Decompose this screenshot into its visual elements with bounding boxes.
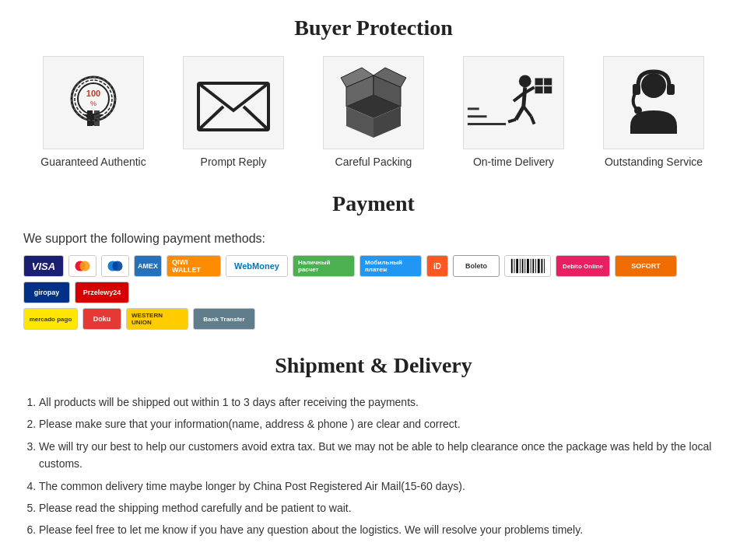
shipment-section: Shipment & Delivery All products will be… bbox=[23, 353, 724, 539]
box-icon bbox=[335, 64, 412, 142]
visa-badge: VISA bbox=[23, 255, 64, 277]
nalichniy-badge: Наличный расчет bbox=[293, 255, 355, 277]
icon-item-packing: Careful Packing bbox=[311, 56, 436, 168]
list-item: All products will be shipped out within … bbox=[39, 394, 724, 411]
service-icon-box bbox=[603, 56, 704, 149]
qiwi-badge: QIWI WALLET bbox=[167, 255, 221, 277]
list-item: We will try our best to help our custome… bbox=[39, 438, 724, 473]
prompt-label: Prompt Reply bbox=[201, 156, 267, 168]
svg-rect-49 bbox=[532, 259, 534, 273]
svg-text:100: 100 bbox=[86, 89, 100, 98]
list-item: Please read the shipping method carefull… bbox=[39, 499, 724, 516]
mobilniy-badge: Мобильный платеж bbox=[359, 255, 422, 277]
svg-line-23 bbox=[524, 87, 525, 107]
payment-subtitle: We support the following payment methods… bbox=[23, 232, 724, 246]
debito-badge: Debito Online bbox=[556, 255, 610, 277]
shipment-title: Shipment & Delivery bbox=[23, 353, 724, 378]
bank-badge: Bank Transfer bbox=[193, 308, 255, 330]
svg-line-24 bbox=[514, 93, 524, 101]
svg-rect-47 bbox=[527, 259, 529, 273]
svg-text:%: % bbox=[90, 100, 96, 107]
svg-point-5 bbox=[78, 83, 109, 114]
przelewy-badge: Przelewy24 bbox=[75, 282, 129, 303]
mastercard-badge bbox=[68, 255, 96, 277]
amex-badge: AMEX bbox=[134, 255, 162, 277]
svg-rect-52 bbox=[541, 259, 542, 273]
icon-item-delivery: On-time Delivery bbox=[451, 56, 576, 168]
svg-point-22 bbox=[519, 75, 531, 88]
svg-line-31 bbox=[508, 120, 516, 122]
mercado-badge: mercado pago bbox=[23, 308, 78, 330]
list-item: Please feel free to let me know if you h… bbox=[39, 521, 724, 538]
doku-badge: Doku bbox=[82, 308, 121, 330]
svg-line-11 bbox=[244, 107, 268, 130]
svg-line-29 bbox=[516, 107, 524, 120]
svg-rect-50 bbox=[535, 259, 536, 273]
svg-line-10 bbox=[198, 107, 223, 130]
svg-line-30 bbox=[524, 107, 531, 117]
svg-point-38 bbox=[79, 261, 89, 271]
svg-point-33 bbox=[641, 73, 666, 98]
svg-point-40 bbox=[112, 261, 122, 271]
sofort-badge: SOFORT bbox=[615, 255, 677, 277]
medal-icon: 100 % bbox=[54, 64, 132, 142]
service-label: Outstanding Service bbox=[605, 156, 703, 168]
payment-row-1: VISA AMEX QIWI WALLET WebMoney Наличный … bbox=[23, 255, 724, 303]
svg-rect-48 bbox=[531, 259, 531, 273]
guaranteed-label: Guaranteed Authentic bbox=[40, 156, 146, 168]
svg-rect-41 bbox=[511, 259, 513, 273]
svg-rect-53 bbox=[544, 259, 545, 273]
icons-row: 100 % Guaranteed Authentic bbox=[23, 56, 724, 168]
maestro-badge bbox=[101, 255, 129, 277]
payment-row-2: mercado pago Doku WESTERN UNION Bank Tra… bbox=[23, 308, 724, 330]
svg-rect-45 bbox=[522, 259, 524, 273]
guaranteed-icon-box: 100 % bbox=[43, 56, 144, 149]
list-item: The common delivery time maybe longer by… bbox=[39, 478, 724, 495]
delivery-label: On-time Delivery bbox=[473, 156, 554, 168]
prompt-icon-box bbox=[183, 56, 284, 149]
buyer-protection-section: Buyer Protection 100 % bbox=[23, 16, 724, 168]
boleto-badge: Boleto bbox=[453, 255, 500, 277]
giropay-badge: giropay bbox=[23, 282, 70, 303]
shipment-list: All products will be shipped out within … bbox=[23, 394, 724, 539]
payment-section: Payment We support the following payment… bbox=[23, 191, 724, 330]
list-item: Please make sure that your information(n… bbox=[39, 415, 724, 432]
icon-item-guaranteed: 100 % Guaranteed Authentic bbox=[31, 56, 156, 168]
webmoney-badge: WebMoney bbox=[226, 255, 288, 277]
svg-point-4 bbox=[75, 80, 112, 117]
svg-rect-46 bbox=[524, 259, 525, 273]
barcode-badge bbox=[504, 255, 551, 277]
delivery-icon-box bbox=[463, 56, 564, 149]
svg-rect-42 bbox=[514, 259, 515, 273]
delivery-icon bbox=[464, 64, 563, 142]
icon-item-service: Outstanding Service bbox=[591, 56, 716, 168]
western-badge: WESTERN UNION bbox=[126, 308, 188, 330]
packing-label: Careful Packing bbox=[335, 156, 412, 168]
icon-item-prompt: Prompt Reply bbox=[171, 56, 296, 168]
payment-title: Payment bbox=[23, 191, 724, 216]
payment-logos: VISA AMEX QIWI WALLET WebMoney Наличный … bbox=[23, 255, 724, 330]
svg-rect-44 bbox=[520, 259, 521, 273]
svg-line-32 bbox=[531, 117, 535, 124]
packing-icon-box bbox=[323, 56, 424, 149]
buyer-protection-title: Buyer Protection bbox=[23, 16, 724, 40]
id-badge: iD bbox=[426, 255, 448, 277]
envelope-icon bbox=[191, 68, 276, 138]
svg-rect-43 bbox=[516, 259, 518, 273]
svg-rect-51 bbox=[538, 259, 540, 273]
svg-rect-35 bbox=[667, 84, 675, 95]
service-icon bbox=[615, 64, 693, 142]
